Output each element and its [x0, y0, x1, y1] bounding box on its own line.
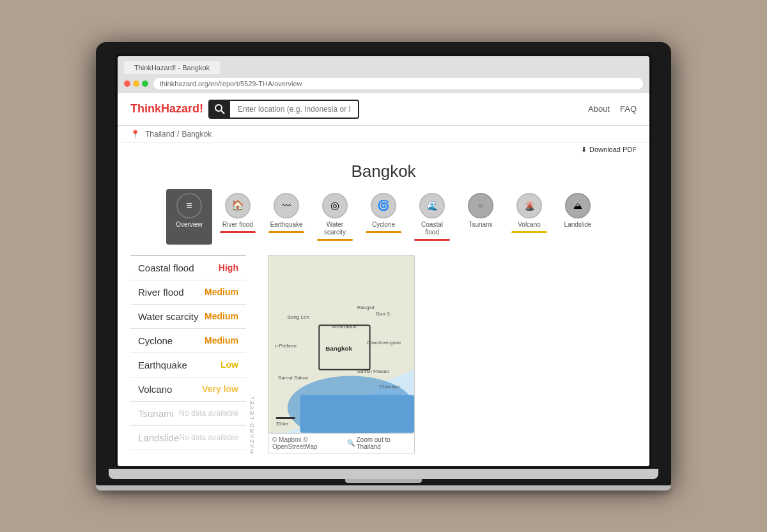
tab-earthquake[interactable]: 〰 Earthquake: [263, 189, 309, 245]
search-input[interactable]: [230, 102, 358, 117]
hazard-level-tsunami: No data available: [179, 409, 238, 418]
breadcrumb-country[interactable]: Thailand: [145, 130, 174, 139]
river-flood-icon: 🏠: [225, 193, 251, 218]
location-pin-icon: 📍: [130, 130, 140, 139]
svg-text:Ban S: Ban S: [376, 311, 390, 317]
svg-text:Nonthaburi: Nonthaburi: [332, 324, 357, 330]
svg-text:Samut Sakon: Samut Sakon: [278, 374, 309, 380]
hazard-level-earthquake: Low: [221, 360, 238, 370]
app-content: ThinkHazard!: [118, 93, 649, 466]
tab-tsunami-underline: [463, 231, 499, 233]
tab-water-scarcity[interactable]: ◎ Water scarcity: [312, 189, 358, 245]
map-copyright: © Mapbox © OpenStreetMap: [272, 436, 348, 450]
zoom-icon: 🔍: [347, 439, 355, 446]
tab-landslide-label: Landslide: [564, 221, 592, 229]
svg-rect-5: [300, 395, 414, 432]
page-title: Bangkok: [118, 156, 649, 189]
overview-icon: ≡: [176, 193, 202, 218]
hazard-level-landslide: No data available: [179, 433, 238, 442]
laptop-base: [109, 469, 658, 479]
tab-volcano-label: Volcano: [518, 221, 541, 229]
download-pdf-label: Download PDF: [589, 146, 637, 153]
breadcrumb: 📍 Thailand / Bangkok: [118, 126, 649, 143]
breadcrumb-separator: /: [177, 130, 179, 139]
map-container[interactable]: Bangkok Bang Len Rangsit Ban S Chachoeng…: [268, 255, 415, 434]
tab-coastal-flood[interactable]: 🌊 Coastal flood: [409, 189, 455, 245]
screen-bezel: ThinkHazard! - Bangkok thinkhazard.org/e…: [115, 54, 652, 469]
hazard-name-river-flood: River flood: [138, 287, 184, 298]
tab-river-flood-underline: [220, 231, 256, 233]
search-icon: [215, 104, 225, 114]
tab-coastal-flood-label: Coastal flood: [414, 221, 450, 236]
svg-text:Bang Len: Bang Len: [288, 314, 309, 320]
nav-faq[interactable]: FAQ: [620, 104, 637, 114]
tab-tsunami[interactable]: ≈ Tsunami: [458, 189, 504, 245]
logo-text: ThinkHazard!: [130, 102, 203, 116]
laptop-base-bottom: [96, 485, 671, 490]
hazard-list: Coastal flood High River flood Medium Wa…: [130, 255, 246, 453]
tab-overview-label: Overview: [176, 221, 203, 229]
tab-volcano[interactable]: 🌋 Volcano: [506, 189, 552, 245]
tab-tsunami-label: Tsunami: [469, 221, 492, 229]
table-row[interactable]: Volcano Very low: [130, 377, 246, 402]
nav-about[interactable]: About: [588, 104, 610, 114]
tab-volcano-underline: [511, 231, 547, 233]
browser-tab[interactable]: ThinkHazard! - Bangkok: [124, 61, 220, 74]
cyclone-icon: 🌀: [371, 193, 396, 218]
hazard-name-coastal-flood: Coastal flood: [138, 262, 194, 273]
app-header: ThinkHazard!: [118, 93, 649, 126]
maximize-dot[interactable]: [142, 80, 148, 87]
tab-river-flood-label: River flood: [222, 221, 253, 229]
water-scarcity-icon: ◎: [322, 193, 348, 218]
svg-text:n Pathom: n Pathom: [275, 342, 297, 348]
tab-overview-underline: [171, 231, 207, 233]
tab-earthquake-underline: [268, 231, 304, 233]
svg-text:Samut Prakan: Samut Prakan: [357, 368, 389, 374]
zoom-out-label: Zoom out to Thailand: [356, 436, 410, 450]
main-body: Coastal flood High River flood Medium Wa…: [118, 255, 649, 466]
tab-river-flood[interactable]: 🏠 River flood: [215, 189, 261, 245]
browser-window: ThinkHazard! - Bangkok thinkhazard.org/e…: [118, 56, 649, 466]
download-bar: ⬇ Download PDF: [118, 143, 649, 156]
table-row[interactable]: River flood Medium: [130, 280, 246, 305]
hazard-list-section: Coastal flood High River flood Medium Wa…: [130, 255, 258, 453]
tab-cyclone[interactable]: 🌀 Cyclone: [360, 189, 407, 245]
download-pdf-button[interactable]: ⬇ Download PDF: [581, 146, 637, 154]
coastal-flood-icon: 🌊: [419, 193, 445, 218]
svg-text:Bangkok: Bangkok: [325, 344, 352, 351]
search-box[interactable]: [208, 100, 359, 119]
download-icon: ⬇: [581, 146, 587, 154]
svg-line-1: [221, 110, 224, 114]
hazard-level-water-scarcity: Medium: [205, 311, 238, 321]
logo-hazard: Hazard: [161, 102, 199, 115]
close-dot[interactable]: [124, 80, 130, 87]
svg-text:Chonburi: Chonburi: [379, 384, 399, 390]
hazard-level-volcano: Very low: [202, 384, 238, 394]
tab-overview[interactable]: ≡ Overview: [166, 189, 212, 245]
laptop-wrapper: ThinkHazard! - Bangkok thinkhazard.org/e…: [96, 42, 671, 490]
svg-text:Chachoengsao: Chachoengsao: [367, 340, 401, 346]
table-row[interactable]: Earthquake Low: [130, 353, 246, 377]
table-row[interactable]: Coastal flood High: [130, 256, 246, 280]
hazard-tabs: ≡ Overview 🏠 River flood 〰 Earthquake: [118, 189, 649, 245]
hazard-level-river-flood: Medium: [205, 287, 238, 297]
breadcrumb-city[interactable]: Bangkok: [182, 130, 212, 139]
hazard-name-landslide: Landslide: [138, 432, 179, 443]
minimize-dot[interactable]: [133, 80, 139, 87]
laptop-screen: ThinkHazard! - Bangkok thinkhazard.org/e…: [96, 42, 671, 485]
address-bar[interactable]: thinkhazard.org/en/report/5529-THA/overv…: [153, 78, 643, 89]
map-svg: Bangkok Bang Len Rangsit Ban S Chachoeng…: [268, 255, 414, 433]
volcano-icon: 🌋: [516, 193, 542, 218]
hazard-name-volcano: Volcano: [138, 384, 172, 395]
svg-text:20 km: 20 km: [276, 421, 288, 425]
hazard-name-cyclone: Cyclone: [138, 335, 173, 346]
table-row[interactable]: Water scarcity Medium: [130, 305, 246, 329]
zoom-out-button[interactable]: 🔍 Zoom out to Thailand: [347, 436, 410, 450]
svg-rect-17: [276, 417, 295, 419]
table-row[interactable]: Cyclone Medium: [130, 329, 246, 353]
search-button[interactable]: [210, 101, 230, 118]
hazard-name-water-scarcity: Water scarcity: [138, 311, 198, 322]
hazard-name-tsunami: Tsunami: [138, 408, 174, 419]
tsunami-icon: ≈: [468, 193, 493, 218]
tab-landslide[interactable]: ⛰ Landslide: [555, 189, 601, 245]
